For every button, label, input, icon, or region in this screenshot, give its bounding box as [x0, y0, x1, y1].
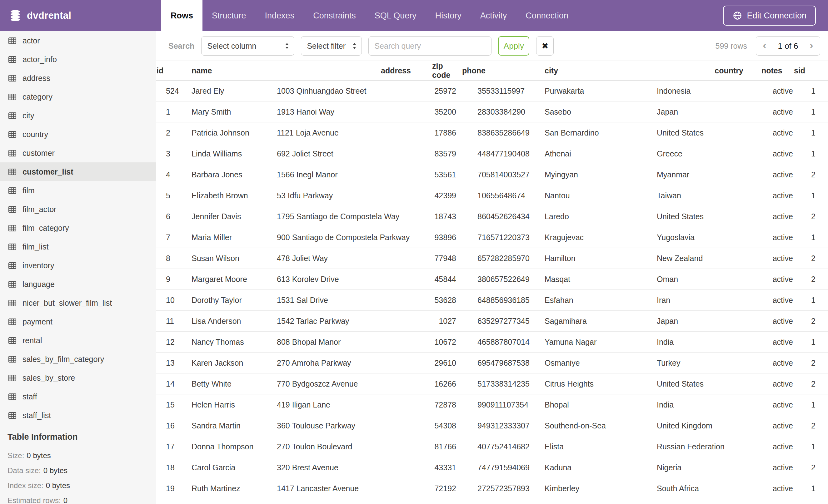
sidebar-item-label: actor [23, 36, 40, 45]
apply-button[interactable]: Apply [498, 36, 529, 56]
column-header[interactable]: notes [744, 61, 794, 81]
info-label: Estimated rows: [7, 496, 61, 504]
cell-address: 692 Joliet Street [277, 143, 416, 164]
table-icon [7, 411, 17, 420]
tab[interactable]: Activity [471, 0, 516, 31]
sidebar-item[interactable]: address [0, 69, 156, 87]
next-page-button[interactable]: › [803, 37, 820, 55]
sidebar-item[interactable]: city [0, 106, 156, 125]
sidebar-item[interactable]: country [0, 125, 156, 144]
table-row[interactable]: 19 Ruth Martinez 1417 Lancaster Avenue 7… [156, 478, 828, 499]
sidebar-item[interactable]: category [0, 87, 156, 106]
table-row[interactable]: 17 Donna Thompson 270 Toulon Boulevard 8… [156, 436, 828, 457]
sidebar-item[interactable]: film [0, 181, 156, 200]
tab[interactable]: Constraints [304, 0, 365, 31]
table-row[interactable]: 9 Margaret Moore 613 Korolev Drive 45844… [156, 269, 828, 290]
table-row[interactable]: 14 Betty White 770 Bydgoszcz Avenue 1626… [156, 373, 828, 395]
column-header[interactable]: name [191, 61, 277, 81]
table-row[interactable]: 16 Sandra Martin 360 Toulouse Parkway 54… [156, 415, 828, 436]
sidebar-item-label: inventory [23, 261, 54, 270]
page-indicator[interactable]: 1 of 6 [773, 37, 803, 55]
cell-zip-code: 93896 [416, 227, 462, 248]
cell-country: Japan [657, 311, 744, 332]
sidebar-item[interactable]: language [0, 275, 156, 293]
table-row[interactable]: 4 Barbara Jones 1566 Inegl Manor 53561 7… [156, 164, 828, 185]
tab[interactable]: Indexes [256, 0, 304, 31]
cell-city: Bhopal [544, 395, 657, 415]
sidebar-item[interactable]: staff [0, 387, 156, 406]
column-header[interactable]: sid [794, 61, 828, 81]
table-icon [7, 148, 17, 158]
grid-header: id name address zip code phone city co [156, 61, 828, 81]
sidebar-item[interactable]: customer_list [0, 163, 156, 181]
select-filter-dropdown[interactable]: Select filter [301, 36, 362, 56]
sidebar-item[interactable]: film_category [0, 219, 156, 237]
info-label: Size: [7, 451, 24, 460]
table-row[interactable]: 10 Dorothy Taylor 1531 Sal Drive 53628 6… [156, 290, 828, 311]
previous-page-button[interactable]: ‹ [756, 37, 773, 55]
sidebar-item[interactable]: rental [0, 331, 156, 350]
tab[interactable]: Connection [516, 0, 578, 31]
table-row[interactable]: 11 Lisa Anderson 1542 Tarlac Parkway 102… [156, 311, 828, 332]
table-row[interactable]: 524 Jared Ely 1003 Qinhuangdao Street 25… [156, 81, 828, 101]
column-header[interactable]: phone [462, 61, 544, 81]
sidebar-item[interactable]: payment [0, 312, 156, 331]
sidebar-item[interactable]: actor_info [0, 50, 156, 69]
sidebar-item[interactable]: actor [0, 31, 156, 50]
table-row[interactable]: 18 Carol Garcia 320 Brest Avenue 43331 7… [156, 457, 828, 478]
table-row[interactable]: 13 Karen Jackson 270 Amroha Parkway 2961… [156, 353, 828, 373]
cell-sid: 1 [794, 395, 828, 415]
table-icon [7, 130, 17, 139]
sidebar-item[interactable]: sales_by_film_category [0, 350, 156, 368]
clear-search-button[interactable]: ✖ [536, 36, 554, 56]
sidebar-item[interactable]: film_list [0, 237, 156, 256]
cell-phone: 35533115997 [462, 81, 544, 101]
column-header[interactable]: city [544, 61, 657, 81]
table-row[interactable]: 15 Helen Harris 419 Iligan Lane 72878 99… [156, 395, 828, 415]
cell-name: Betty White [191, 373, 277, 395]
sidebar-item[interactable]: film_actor [0, 200, 156, 219]
table-row[interactable]: 8 Susan Wilson 478 Joliet Way 77948 6572… [156, 248, 828, 269]
sidebar-item[interactable]: customer [0, 144, 156, 163]
cell-zip-code: 43331 [416, 457, 462, 478]
cell-id: 7 [156, 227, 191, 248]
table-icon [7, 317, 17, 327]
select-column-dropdown[interactable]: Select column [201, 36, 294, 56]
table-row[interactable]: 2 Patricia Johnson 1121 Loja Avenue 1788… [156, 123, 828, 143]
cell-phone: 949312333307 [462, 415, 544, 436]
cell-sid: 1 [794, 101, 828, 123]
edit-connection-button[interactable]: Edit Connection [723, 6, 816, 26]
cell-address: 900 Santiago de Compostela Parkway [277, 227, 416, 248]
tab[interactable]: History [426, 0, 471, 31]
cell-id: 6 [156, 206, 191, 227]
column-header[interactable]: id [156, 61, 191, 81]
table-information-row: Estimated rows: 0 [7, 493, 156, 504]
cell-sid: 1 [794, 143, 828, 164]
search-query-input[interactable] [368, 36, 492, 56]
sidebar-item[interactable]: inventory [0, 256, 156, 275]
cell-country: Myanmar [657, 164, 744, 185]
table-row[interactable]: 5 Elizabeth Brown 53 Idfu Parkway 42399 … [156, 185, 828, 206]
table-row[interactable]: 7 Maria Miller 900 Santiago de Compostel… [156, 227, 828, 248]
tab[interactable]: SQL Query [365, 0, 426, 31]
table-row[interactable]: 6 Jennifer Davis 1795 Santiago de Compos… [156, 206, 828, 227]
tab[interactable]: Structure [203, 0, 256, 31]
cell-notes: active [744, 415, 794, 436]
tab[interactable]: Rows [161, 0, 203, 31]
column-header[interactable]: zip code [416, 61, 462, 81]
search-label: Search [168, 42, 194, 51]
sidebar-item[interactable]: sales_by_store [0, 368, 156, 387]
table-row[interactable]: 1 Mary Smith 1913 Hanoi Way 35200 283033… [156, 101, 828, 123]
cell-phone: 448477190408 [462, 143, 544, 164]
cell-id: 11 [156, 311, 191, 332]
sidebar-item-label: sales_by_store [23, 373, 75, 382]
column-header[interactable]: country [657, 61, 744, 81]
cell-country: United States [657, 206, 744, 227]
table-row[interactable]: 3 Linda Williams 692 Joliet Street 83579… [156, 143, 828, 164]
cell-phone: 10655648674 [462, 185, 544, 206]
column-header[interactable]: address [277, 61, 416, 81]
sidebar-item[interactable]: staff_list [0, 406, 156, 425]
sidebar-item[interactable]: nicer_but_slower_film_list [0, 293, 156, 312]
table-icon [7, 74, 17, 83]
table-row[interactable]: 12 Nancy Thomas 808 Bhopal Manor 10672 4… [156, 332, 828, 353]
